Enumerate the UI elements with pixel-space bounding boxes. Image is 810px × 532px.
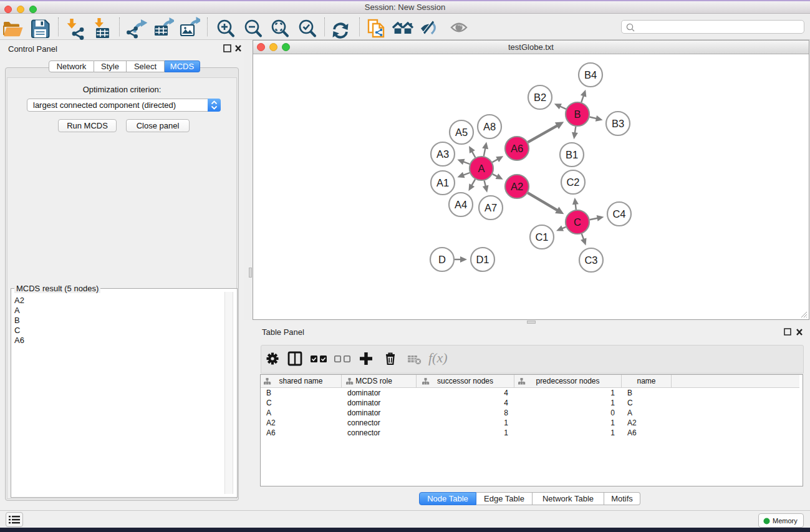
svg-text:C2: C2 [566,177,579,188]
svg-text:B: B [574,109,581,120]
svg-text:A5: A5 [455,127,468,138]
svg-text:A2: A2 [511,181,523,192]
svg-text:A4: A4 [455,199,467,210]
svg-text:A: A [478,163,485,174]
svg-text:A3: A3 [436,148,449,160]
svg-text:A1: A1 [436,177,449,188]
svg-text:B3: B3 [612,118,624,129]
svg-text:C3: C3 [584,254,597,266]
svg-text:B4: B4 [584,69,597,80]
svg-text:A7: A7 [485,202,497,213]
svg-text:A6: A6 [511,143,523,154]
svg-text:B2: B2 [534,92,546,103]
svg-text:C1: C1 [535,231,548,243]
svg-text:A8: A8 [483,121,496,132]
svg-text:C: C [574,216,581,228]
svg-text:B1: B1 [566,149,578,160]
svg-text:C4: C4 [612,208,625,220]
svg-text:D1: D1 [476,254,489,265]
svg-text:D: D [438,254,446,265]
